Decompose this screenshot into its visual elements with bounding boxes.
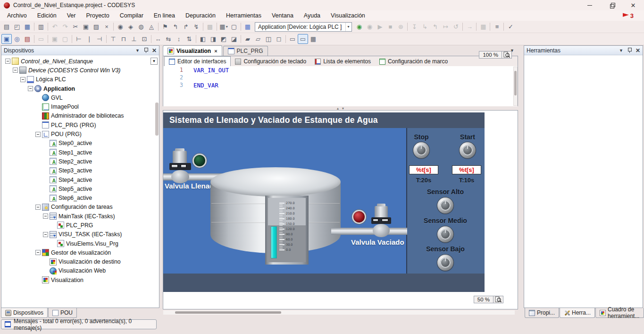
pin-icon[interactable] [627, 48, 631, 53]
distribute-horizontal-icon[interactable]: ↔ [153, 34, 163, 44]
close-button[interactable]: ✕ [622, 0, 644, 10]
panel-close-icon[interactable]: ✕ [152, 47, 157, 54]
tree-item-visualization[interactable]: Visualization [1, 275, 159, 284]
increase-h-spacing-icon[interactable]: ⇆ [163, 34, 174, 44]
tree-item-gvl[interactable]: GVL [1, 93, 159, 102]
tree-item-device-codesys-control-win-v3-[interactable]: Device (CODESYS Control Win V3) [1, 66, 159, 75]
tree-dropdown-icon[interactable]: ▼ [151, 58, 158, 65]
bring-forward-icon[interactable]: ◫ [263, 34, 274, 44]
tab-visualization[interactable]: Visualization × [163, 45, 222, 56]
editor-zoom-magnifier-icon[interactable] [502, 51, 512, 59]
tab-properties[interactable]: Propi... [525, 308, 559, 318]
tree-item-l-gica-plc[interactable]: Lógica PLC [1, 75, 159, 84]
replace-in-project-icon[interactable]: ◬ [146, 22, 157, 32]
tree-item-step5-active[interactable]: Step5_active [1, 184, 159, 193]
visu-zoom-magnifier-icon[interactable] [493, 296, 503, 303]
menu-compilar[interactable]: Compilar [115, 11, 149, 20]
interface-editor-mode-icon[interactable]: ▣ [1, 34, 12, 44]
collapse-icon[interactable] [43, 214, 48, 219]
messages-bar[interactable]: Mensajes - total 0 error(es), 0 adverten… [1, 319, 157, 329]
sensor-high-button[interactable] [437, 197, 453, 214]
cut-icon[interactable]: ✂ [70, 22, 81, 32]
menu-en-linea[interactable]: En linea [149, 11, 180, 20]
splitter-down-icon[interactable]: ▼ [342, 107, 345, 110]
tree-item-administrador-de-bibliotecas[interactable]: Administrador de bibliotecas [1, 111, 159, 120]
tab-close-icon[interactable]: × [214, 48, 217, 54]
bring-to-front-icon[interactable]: ▰ [243, 34, 253, 44]
tree-item-step4-active[interactable]: Step4_active [1, 175, 159, 184]
next-bookmark-icon[interactable]: ↱ [181, 22, 191, 32]
sensor-mid-button[interactable] [437, 226, 453, 242]
collapse-icon[interactable] [5, 59, 10, 64]
align-bottom-icon[interactable]: ⊥ [129, 34, 139, 44]
grid-settings-icon[interactable]: ▦ [243, 22, 253, 32]
insert-element-icon[interactable]: ▦▾ [218, 22, 229, 32]
subtab-keyboard-config[interactable]: Configuración de teclado [231, 57, 310, 66]
make-same-size-icon[interactable]: ◩ [218, 34, 229, 44]
login-icon[interactable]: ◉ [354, 22, 364, 32]
replace-icon[interactable]: ◈ [125, 22, 136, 32]
make-same-width-icon[interactable]: ◧ [198, 34, 208, 44]
subtab-interface-editor[interactable]: Editor de interfaces [164, 56, 231, 66]
tree-item-step1-active[interactable]: Step1_active [1, 148, 159, 157]
visu-zoom-value[interactable]: 50 % [474, 296, 493, 303]
align-to-grid-icon[interactable]: ⊡ [139, 34, 150, 44]
tree-item-imagepool[interactable]: ImagePool [1, 102, 159, 111]
find-in-project-icon[interactable]: ◍ [136, 22, 146, 32]
editor-zoom-value[interactable]: 100 % [479, 51, 502, 59]
new-project-icon[interactable]: ▤ [1, 22, 12, 32]
subtab-element-list[interactable]: Lista de elementos [310, 57, 375, 66]
tree-item-configuraci-n-de-tareas[interactable]: Configuración de tareas [1, 203, 159, 212]
increase-v-spacing-icon[interactable]: ⇅ [184, 34, 194, 44]
tree-item-step0-active[interactable]: Step0_active [1, 139, 159, 148]
collapse-icon[interactable] [28, 86, 33, 91]
menu-ayuda[interactable]: Ayuda [299, 11, 326, 20]
copy-icon[interactable]: ▣ [81, 22, 91, 32]
frame-selection-icon[interactable]: ▦ [308, 34, 318, 44]
send-backward-icon[interactable]: ◻ [274, 34, 284, 44]
select-background-icon[interactable]: ▭ [287, 34, 298, 44]
bookmark-icon[interactable]: ⚑ [160, 22, 170, 32]
paste-icon[interactable]: ▨ [91, 22, 101, 32]
clear-bookmarks-icon[interactable]: ↯ [191, 22, 201, 32]
editor-splitter[interactable]: ▲ ▼ [163, 106, 518, 110]
tree-item-pou-prg-[interactable]: POU (PRG) [1, 129, 159, 138]
menu-edici-n[interactable]: Edición [32, 11, 62, 20]
size-to-grid-icon[interactable]: ◪ [229, 34, 239, 44]
restore-button[interactable] [601, 0, 622, 10]
align-top-icon[interactable]: ⊤ [108, 34, 118, 44]
sensor-low-button[interactable] [437, 255, 453, 271]
panel-menu-icon[interactable]: ▼ [135, 48, 140, 53]
pin-icon[interactable] [144, 48, 148, 53]
menu-herramientas[interactable]: Herramientas [221, 11, 267, 20]
distribute-vertical-icon[interactable]: ↕ [174, 34, 184, 44]
align-left-icon[interactable]: ⊢ [74, 34, 84, 44]
find-icon[interactable]: ◉ [115, 22, 125, 32]
element-list-view-icon[interactable]: ▤ [22, 34, 33, 44]
interface-code-editor[interactable]: 1VAR_IN_OUT 2 3END_VAR [163, 66, 518, 106]
tree-item-step2-active[interactable]: Step2_active [1, 157, 159, 166]
menu-archivo[interactable]: Archivo [2, 11, 32, 20]
menu-ver[interactable]: Ver [62, 11, 81, 20]
menu-ventana[interactable]: Ventana [267, 11, 299, 20]
tree-item-control-de-nivel-estanque[interactable]: Control_de_Nivel_Estanque [1, 57, 159, 66]
collapse-icon[interactable] [43, 232, 48, 237]
tree-item-plc-prg[interactable]: PLC_PRG [1, 221, 159, 230]
scrollbar-thumb[interactable] [175, 311, 281, 314]
tab-tools[interactable]: Herra... [560, 308, 595, 318]
subtab-frame-config[interactable]: Configuración de marco [375, 57, 452, 66]
start-button[interactable] [460, 142, 476, 158]
tree-item-gestor-de-visualizaci-n[interactable]: Gestor de visualización [1, 248, 159, 257]
tree-item-maintask-iec-tasks-[interactable]: MainTask (IEC-Tasks) [1, 212, 159, 221]
splitter-up-icon[interactable]: ▲ [336, 107, 340, 110]
panel-menu-icon[interactable]: ▼ [619, 48, 623, 53]
tree-item-visualizaci-n-de-destino[interactable]: Visualización de destino [1, 257, 159, 266]
tab-plc-prg[interactable]: PLC_PRG [223, 46, 268, 56]
menu-proyecto[interactable]: Proyecto [81, 11, 114, 20]
tree-item-visuelems-visu-prg[interactable]: VisuElems.Visu_Prg [1, 239, 159, 248]
tab-devices[interactable]: Dispositivos [1, 308, 48, 318]
tree-item-visu-task-iec-tasks-[interactable]: VISU_TASK (IEC-Tasks) [1, 230, 159, 239]
editor-vertical-scrollbar[interactable] [513, 67, 518, 106]
menu-depuraci-n[interactable]: Depuración [180, 11, 221, 20]
align-middle-icon[interactable]: ⊓ [118, 34, 129, 44]
